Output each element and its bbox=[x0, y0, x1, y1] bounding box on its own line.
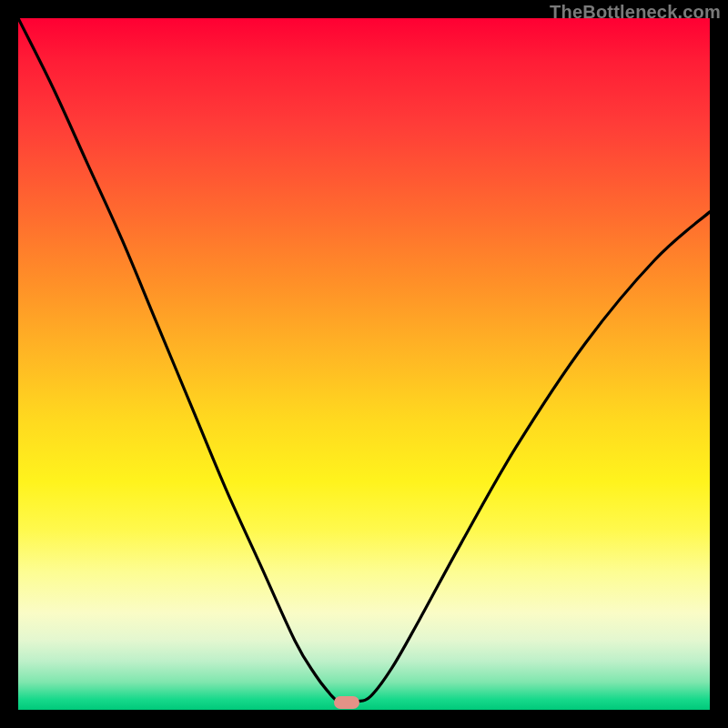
curve-path bbox=[18, 18, 710, 702]
watermark-text: TheBottleneck.com bbox=[550, 2, 721, 23]
plot-area bbox=[18, 18, 710, 710]
chart-stage: TheBottleneck.com bbox=[0, 0, 728, 728]
optimal-marker bbox=[334, 696, 359, 709]
bottleneck-curve bbox=[18, 18, 710, 710]
